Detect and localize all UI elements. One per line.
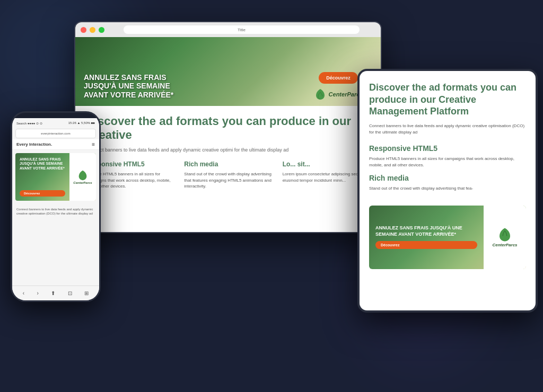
tablet-section2-title: Rich media xyxy=(369,174,526,182)
tablet-discover-button[interactable]: Découvrez xyxy=(375,241,477,249)
phone-banner-headline: ANNULEZ SANS FRAIS JUSQU'À UNE SEMAINE A… xyxy=(20,157,65,171)
tablet-device: Discover the ad formats you can produce … xyxy=(357,69,538,313)
laptop-brand-logo: CenterParcs xyxy=(314,88,363,101)
laptop-banner-line1: ANNULEZ SANS FRAIS xyxy=(84,73,287,82)
phone-leaf-icon xyxy=(77,170,89,181)
laptop-columns: Responsive HTML5 Produce HTML5 banners i… xyxy=(86,161,370,189)
phone-banner: ANNULEZ SANS FRAIS JUSQU'À UNE SEMAINE A… xyxy=(15,153,96,201)
laptop-titlebar: Title xyxy=(75,22,381,37)
laptop-banner-headline: ANNULEZ SANS FRAIS JUSQU'À UNE SEMAINE A… xyxy=(84,73,287,100)
phone-screen: Search ●●●● ⊙ ⊙ 15:26 ▲ 5,50% ■■ everyin… xyxy=(12,118,99,300)
phone-menu-icon[interactable]: ≡ xyxy=(92,141,95,147)
tablet-body: Discover the ad formats you can produce … xyxy=(357,69,538,313)
traffic-light-yellow xyxy=(90,27,95,33)
phone-device: Search ●●●● ⊙ ⊙ 15:26 ▲ 5,50% ■■ everyin… xyxy=(11,111,101,302)
laptop-main-title: Discover the ad formats you can produce … xyxy=(86,114,370,142)
laptop-banner-line3: AVANT VOTRE ARRIVÉE* xyxy=(84,91,287,100)
phone-site-name: Every Interaction. xyxy=(16,142,52,147)
laptop-device: Title ANNULEZ SANS FRAIS JUSQU'À UNE SEM… xyxy=(74,21,382,233)
phone-body: Search ●●●● ⊙ ⊙ 15:26 ▲ 5,50% ■■ everyin… xyxy=(11,111,101,302)
tablet-text-content: Discover the ad formats you can produce … xyxy=(360,71,536,206)
tablet-banner-left: ANNULEZ SANS FRAIS JUSQU'À UNE SEMAINE A… xyxy=(369,206,484,269)
phone-tabs-button[interactable]: ⊞ xyxy=(84,290,89,296)
traffic-light-red xyxy=(81,27,86,33)
phone-share-button[interactable]: ⬆ xyxy=(51,290,55,296)
tablet-brand-name: CenterParcs xyxy=(492,243,517,247)
phone-bookmark-button[interactable]: ⊡ xyxy=(68,290,72,296)
phone-forward-button[interactable]: › xyxy=(37,290,39,296)
tablet-section2-text: Stand out of the crowd with display adve… xyxy=(369,185,526,192)
laptop-col2-text: Stand out of the crowd with display adve… xyxy=(184,171,272,189)
phone-back-button[interactable]: ‹ xyxy=(23,290,24,296)
laptop-banner-left: ANNULEZ SANS FRAIS JUSQU'À UNE SEMAINE A… xyxy=(75,67,296,106)
phone-status-left: Search ●●●● ⊙ ⊙ xyxy=(16,121,42,125)
laptop-banner-line2: JUSQU'À UNE SEMAINE xyxy=(84,82,287,91)
phone-banner-logo: CenterParcs xyxy=(69,153,96,201)
phone-status-right: 15:26 ▲ 5,50% ■■ xyxy=(68,121,95,124)
laptop-url-text: Title xyxy=(238,28,246,32)
phone-notch xyxy=(40,113,72,118)
traffic-light-green xyxy=(99,27,104,33)
phone-brand-name: CenterParcs xyxy=(73,181,92,184)
laptop-sub-text: Connect banners to live data feeds and a… xyxy=(86,147,370,154)
laptop-text-content: Discover the ad formats you can produce … xyxy=(75,106,381,198)
centerparcs-leaf-icon xyxy=(314,88,327,101)
phone-discover-button[interactable]: Découvrez xyxy=(20,190,65,197)
phone-body-paragraph: Connect banners to live data feeds and a… xyxy=(16,207,95,216)
laptop-url-bar: Title xyxy=(124,25,360,34)
tablet-main-title: Discover the ad formats you can produce … xyxy=(369,82,526,118)
laptop-content: ANNULEZ SANS FRAIS JUSQU'À UNE SEMAINE A… xyxy=(75,37,381,232)
tablet-leaf-icon xyxy=(497,227,513,243)
laptop-body: Title ANNULEZ SANS FRAIS JUSQU'À UNE SEM… xyxy=(74,21,382,233)
phone-url-text: everyinteraction.com xyxy=(19,132,92,135)
laptop-discover-button[interactable]: Découvrez xyxy=(319,72,358,84)
tablet-sub-text: Connect banners to live data feeds and a… xyxy=(369,123,526,136)
phone-banner-content: ANNULEZ SANS FRAIS JUSQU'À UNE SEMAINE A… xyxy=(15,153,69,201)
phone-statusbar: Search ●●●● ⊙ ⊙ 15:26 ▲ 5,50% ■■ xyxy=(12,118,99,128)
tablet-section1-title: Responsive HTML5 xyxy=(369,144,526,153)
laptop-col-2: Rich media Stand out of the crowd with d… xyxy=(184,161,272,189)
phone-site-header: Every Interaction. ≡ xyxy=(12,139,99,150)
laptop-col2-title: Rich media xyxy=(184,161,272,168)
scene: Title ANNULEZ SANS FRAIS JUSQU'À UNE SEM… xyxy=(0,0,543,392)
phone-bottom-nav: ‹ › ⬆ ⊡ ⊞ xyxy=(12,286,99,300)
tablet-banner: ANNULEZ SANS FRAIS JUSQU'À UNE SEMAINE A… xyxy=(369,206,526,269)
phone-body-text: Connect banners to live data feeds and a… xyxy=(12,204,99,219)
tablet-banner-right: CenterParcs xyxy=(484,206,526,269)
tablet-section1-text: Produce HTML5 banners in all sizes for c… xyxy=(369,156,526,168)
laptop-banner: ANNULEZ SANS FRAIS JUSQU'À UNE SEMAINE A… xyxy=(75,37,381,106)
tablet-banner-headline: ANNULEZ SANS FRAIS JUSQU'À UNE SEMAINE A… xyxy=(375,225,477,237)
phone-browser-bar[interactable]: everyinteraction.com xyxy=(15,129,96,138)
tablet-screen: Discover the ad formats you can produce … xyxy=(360,71,536,310)
